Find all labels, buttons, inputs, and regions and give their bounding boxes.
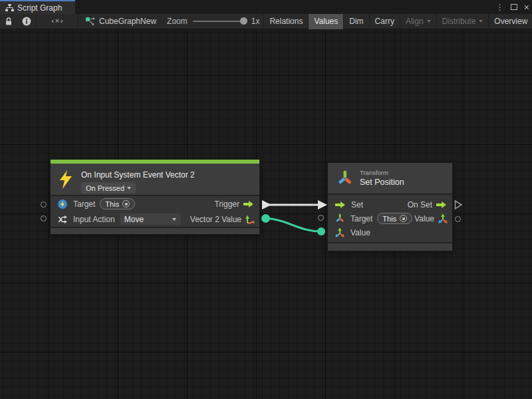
lightning-bolt-icon [59,170,73,190]
port-input-action-input[interactable] [41,215,47,221]
port-set-input[interactable] [318,200,327,209]
graph-canvas[interactable]: On Input System Event Vector 2 On Presse… [0,29,532,399]
node-footer [51,228,259,234]
transform-mini-icon [334,213,345,224]
node-on-input-system-event[interactable]: On Input System Event Vector 2 On Presse… [51,160,259,234]
tab-bar: Script Graph ⋮ × [0,0,532,14]
toolbar-button-values[interactable]: Values [309,14,343,29]
port-label: Value [414,214,434,223]
target-object-field[interactable]: This [377,213,412,224]
graph-toolbar: ‹×› CubeGraphNew Zoom 1x Relations Value… [0,14,532,29]
node-body: Target This Trigger [51,196,259,227]
inspect-button[interactable] [17,14,36,29]
toolbar-button-distribute[interactable]: Distribute [437,14,489,29]
port-label: Value [350,228,370,237]
chevron-down-icon [479,20,483,23]
event-type-dropdown[interactable]: On Pressed [81,182,136,194]
chevron-down-icon [127,187,131,190]
script-graph-icon [5,4,14,11]
zoom-slider-handle[interactable] [240,17,247,25]
window-menu-icon[interactable]: ⋮ [496,3,504,11]
event-target-icon [57,199,68,209]
script-graph-window: Script Graph ⋮ × ‹×› [0,0,532,399]
button-label: Dim [349,17,363,26]
toolbar-button-dim[interactable]: Dim [344,14,368,29]
toolbar-button-relations[interactable]: Relations [264,14,308,29]
code-icon: ‹×› [51,17,64,25]
flow-arrow-icon [334,201,346,209]
toolbar-button-carry[interactable]: Carry [370,14,400,29]
port-label: Trigger [214,200,239,209]
input-action-dropdown[interactable]: Move [120,213,181,225]
graph-name-label: CubeGraphNew [99,17,156,26]
port-label: Target [73,200,95,209]
graph-asset-icon [85,17,95,27]
node-category: Transform [360,169,388,176]
zoom-value: 1x [251,17,260,26]
node-header[interactable]: Transform Set Position [328,163,452,194]
port-on-set-output[interactable] [454,200,463,210]
toolbar-button-overview[interactable]: Overview [489,14,532,29]
node-set-position[interactable]: Transform Set Position Set On Set [328,163,452,251]
flow-arrow-icon [436,201,447,209]
button-label: Align [406,17,424,26]
chevron-down-icon [427,20,431,23]
flow-arrow-icon [243,200,254,208]
tab-script-graph[interactable]: Script Graph [0,0,75,14]
lock-button[interactable] [0,14,17,29]
target-object-value: This [105,200,119,208]
port-label: On Set [408,200,432,209]
vector2-icon [245,214,255,225]
button-label: Relations [269,17,303,26]
port-row-input-action: Input Action Move Vector 2 Value [51,211,259,227]
tab-title: Script Graph [17,3,62,13]
button-label: Overview [494,17,527,26]
port-value-output[interactable] [455,216,461,222]
input-action-icon [57,214,68,225]
port-vector2-output[interactable] [261,214,270,223]
window-controls: ⋮ × [496,0,529,14]
port-label: Target [350,214,372,223]
value-connection-wire[interactable] [265,218,321,231]
port-trigger-output[interactable] [262,200,271,209]
zoom-slider[interactable] [193,21,246,22]
port-row-value: Value [328,225,452,239]
vector3-icon [438,213,448,224]
port-value-input[interactable] [317,227,325,235]
event-type-value: On Pressed [86,184,124,192]
zoom-label: Zoom [167,17,188,26]
port-target-input[interactable] [41,201,47,207]
window-close-icon[interactable]: × [524,3,529,12]
port-label: Set [351,200,363,209]
node-title: Set Position [360,178,404,187]
button-label: Values [314,17,338,26]
port-label: Vector 2 Value [190,215,241,224]
button-label: Carry [375,17,394,26]
vector3-icon [334,227,345,238]
variables-button[interactable]: ‹×› [37,14,78,29]
node-footer [328,243,452,251]
node-header[interactable]: On Input System Event Vector 2 On Presse… [51,164,259,195]
button-label: Distribute [442,17,476,26]
window-maximize-icon[interactable] [511,4,517,10]
port-row-set: Set On Set [328,198,452,211]
graph-name-button[interactable]: CubeGraphNew [78,14,163,29]
node-title: On Input System Event Vector 2 [81,170,195,180]
object-picker-icon[interactable] [122,200,130,207]
chevron-down-icon [172,218,176,221]
target-object-value: This [382,215,396,223]
port-label: Input Action [73,215,115,224]
zoom-control: Zoom 1x [163,17,263,26]
port-row-target: Target This Value [328,211,452,225]
object-picker-icon[interactable] [400,215,407,222]
transform-icon [336,169,354,188]
info-icon [22,17,31,26]
port-row-target: Target This Trigger [51,196,259,211]
node-body: Set On Set Target This [328,195,452,242]
lock-icon [5,17,13,26]
port-target2-input[interactable] [318,215,324,221]
target-object-field[interactable]: This [100,198,135,209]
toolbar-button-align[interactable]: Align [400,14,436,29]
input-action-value: Move [124,215,144,224]
